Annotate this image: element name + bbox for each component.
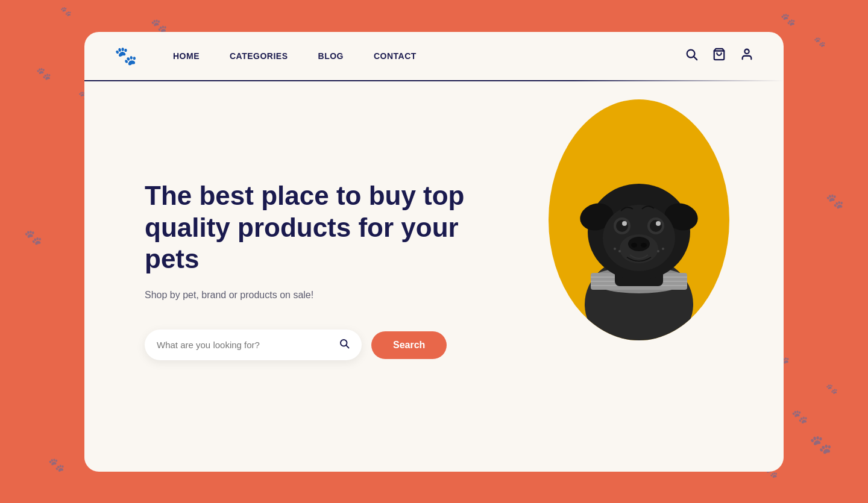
dog-image: [549, 99, 729, 340]
paw-decoration: 🐾: [826, 193, 844, 210]
nav-actions: [685, 48, 753, 64]
svg-point-19: [616, 220, 628, 232]
svg-point-25: [631, 243, 637, 248]
hero-section: The best place to buy top quality produc…: [84, 81, 784, 472]
hero-image-container: [542, 93, 735, 346]
svg-line-1: [694, 57, 697, 60]
search-row: Search: [145, 330, 494, 360]
paw-decoration: 🐾: [791, 409, 808, 425]
svg-point-26: [641, 243, 647, 248]
search-input-icon[interactable]: [339, 338, 350, 352]
svg-point-3: [744, 49, 749, 54]
main-card: 🐾 HOME CATEGORIES BLOG CONTACT: [84, 32, 784, 472]
navbar: 🐾 HOME CATEGORIES BLOG CONTACT: [84, 32, 784, 80]
svg-point-24: [628, 237, 650, 251]
search-box: [145, 330, 362, 360]
paw-decoration: 🐾: [810, 434, 832, 455]
svg-point-29: [657, 250, 659, 252]
search-icon[interactable]: [685, 48, 698, 64]
nav-links: HOME CATEGORIES BLOG CONTACT: [173, 51, 685, 61]
nav-contact[interactable]: CONTACT: [374, 51, 417, 61]
cart-icon[interactable]: [712, 48, 726, 64]
paw-decoration: 🐾: [48, 457, 64, 473]
search-button[interactable]: Search: [371, 331, 447, 359]
paw-decoration: 🐾: [826, 383, 838, 395]
nav-blog[interactable]: BLOG: [318, 51, 344, 61]
svg-point-27: [618, 250, 621, 252]
paw-decoration: 🐾: [24, 229, 42, 246]
search-input[interactable]: [157, 340, 339, 350]
nav-categories[interactable]: CATEGORIES: [230, 51, 288, 61]
user-icon[interactable]: [740, 48, 753, 64]
paw-decoration: 🐾: [781, 12, 796, 27]
nav-home[interactable]: HOME: [173, 51, 200, 61]
svg-point-28: [614, 248, 616, 250]
paw-decoration: 🐾: [814, 36, 826, 48]
hero-content: The best place to buy top quality produc…: [145, 180, 494, 360]
hero-title: The best place to buy top quality produc…: [145, 180, 494, 275]
logo[interactable]: 🐾: [115, 45, 137, 66]
svg-point-20: [650, 220, 662, 232]
svg-point-22: [656, 221, 661, 226]
svg-line-5: [346, 346, 348, 348]
svg-point-21: [622, 221, 627, 226]
paw-decoration: 🐾: [60, 6, 72, 17]
hero-subtitle: Shop by pet, brand or products on sale!: [145, 290, 494, 301]
svg-point-30: [662, 248, 664, 250]
paw-logo-icon: 🐾: [115, 45, 137, 66]
paw-decoration: 🐾: [36, 66, 51, 81]
